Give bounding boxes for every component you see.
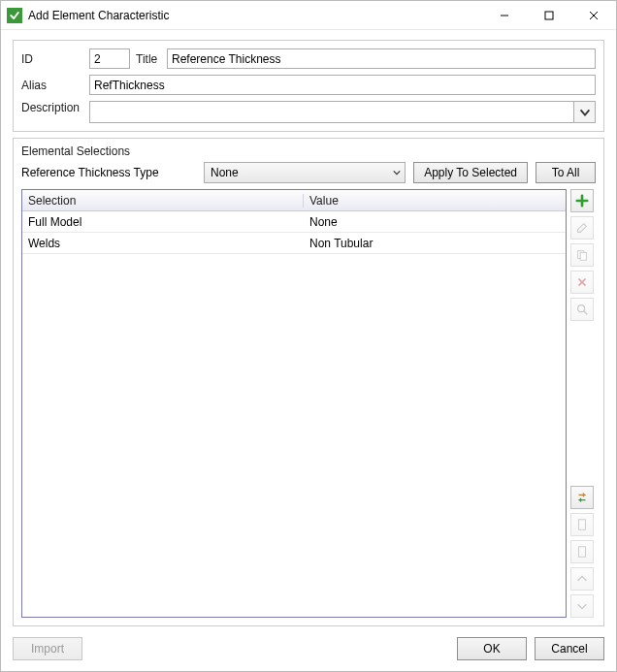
- delete-row-button[interactable]: [570, 271, 594, 294]
- window-title: Add Element Characteristic: [28, 9, 169, 22]
- add-row-button[interactable]: [570, 189, 594, 212]
- maximize-button[interactable]: [527, 1, 571, 30]
- description-field-wrapper: [89, 101, 596, 123]
- title-label: Title: [136, 52, 161, 66]
- selections-toolbar: Reference Thickness Type None Apply To S…: [21, 162, 596, 183]
- group-title: Elemental Selections: [21, 144, 596, 158]
- svg-rect-0: [545, 12, 553, 19]
- cell-value: Non Tubular: [304, 237, 566, 250]
- description-field[interactable]: [90, 102, 573, 122]
- minimize-button[interactable]: [482, 1, 527, 30]
- selections-grid[interactable]: Selection Value Full Model None Welds No…: [21, 189, 567, 618]
- table-row[interactable]: Full Model None: [22, 211, 566, 233]
- to-all-button[interactable]: To All: [536, 162, 596, 183]
- dialog-footer: Import OK Cancel: [1, 634, 616, 671]
- description-label: Description: [21, 101, 83, 123]
- grid-header: Selection Value: [22, 190, 566, 211]
- edit-row-button[interactable]: [570, 216, 594, 240]
- apply-to-selected-button[interactable]: Apply To Selected: [413, 162, 528, 183]
- move-down-button[interactable]: [570, 594, 594, 618]
- id-field[interactable]: [89, 48, 130, 69]
- cell-selection: Welds: [22, 237, 304, 250]
- column-selection[interactable]: Selection: [22, 194, 304, 208]
- alias-label: Alias: [21, 79, 83, 92]
- elemental-selections-group: Elemental Selections Reference Thickness…: [13, 138, 604, 626]
- characteristic-fields: ID Title Alias Description: [13, 40, 604, 132]
- copy-row-button[interactable]: [570, 243, 594, 267]
- svg-rect-2: [580, 252, 586, 260]
- dialog-window: Add Element Characteristic ID Title Alia…: [0, 0, 617, 672]
- description-dropdown-button[interactable]: [573, 102, 595, 122]
- grid-side-buttons: [570, 189, 596, 618]
- doc2-button[interactable]: [570, 540, 594, 563]
- grid-body: Full Model None Welds Non Tubular: [22, 211, 566, 617]
- svg-point-3: [578, 305, 585, 312]
- dropdown-value: None: [211, 166, 239, 179]
- svg-rect-4: [579, 520, 586, 530]
- close-button[interactable]: [571, 1, 616, 30]
- svg-rect-5: [579, 547, 586, 558]
- id-label: ID: [21, 52, 83, 66]
- table-row[interactable]: Welds Non Tubular: [22, 233, 566, 254]
- titlebar: Add Element Characteristic: [1, 1, 616, 30]
- cell-selection: Full Model: [22, 215, 304, 229]
- ok-button[interactable]: OK: [457, 637, 527, 660]
- import-button[interactable]: Import: [13, 637, 82, 660]
- cell-value: None: [304, 215, 566, 229]
- reference-thickness-type-dropdown[interactable]: None: [204, 162, 406, 183]
- title-field[interactable]: [167, 48, 596, 69]
- checkmark-icon: [7, 8, 22, 23]
- move-up-button[interactable]: [570, 567, 594, 591]
- find-button[interactable]: [570, 298, 594, 321]
- chevron-down-icon: [393, 166, 401, 179]
- swap-button[interactable]: [570, 486, 594, 509]
- doc1-button[interactable]: [570, 513, 594, 536]
- cancel-button[interactable]: Cancel: [535, 637, 604, 660]
- alias-field[interactable]: [89, 75, 596, 95]
- reference-thickness-type-label: Reference Thickness Type: [21, 166, 196, 179]
- selections-table-area: Selection Value Full Model None Welds No…: [21, 189, 596, 618]
- column-value[interactable]: Value: [304, 194, 566, 208]
- content-area: ID Title Alias Description Elemen: [1, 30, 616, 634]
